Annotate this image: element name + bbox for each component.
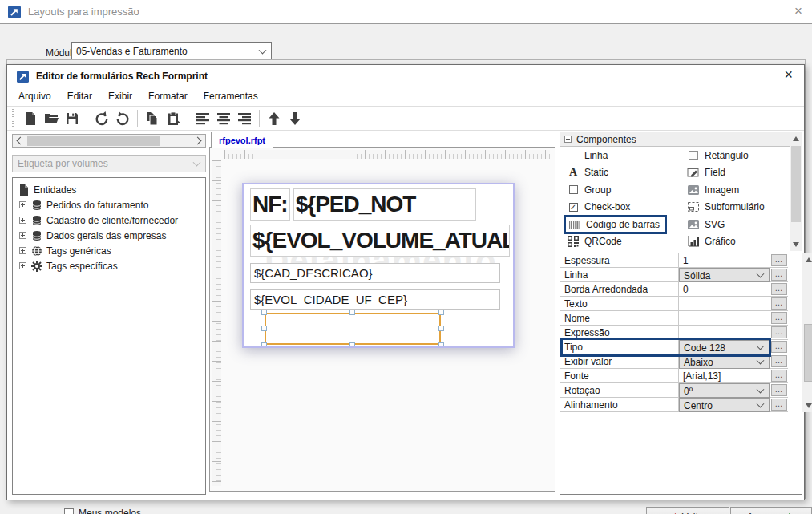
modulo-select[interactable]: 05-Vendas e Faturamento bbox=[71, 42, 272, 59]
component-codigo-de-barras[interactable]: Código de barras bbox=[567, 215, 687, 234]
components-header[interactable]: Componentes bbox=[560, 132, 802, 147]
ellipsis-button[interactable]: … bbox=[771, 384, 787, 396]
resize-handle[interactable] bbox=[349, 342, 355, 348]
property-dropdown[interactable]: Sólida bbox=[679, 268, 770, 282]
copy-button[interactable] bbox=[142, 108, 163, 129]
scroll-down-icon[interactable] bbox=[806, 403, 812, 408]
collapse-icon[interactable] bbox=[564, 136, 572, 143]
component-linha[interactable]: Linha bbox=[567, 149, 687, 162]
resize-handle[interactable] bbox=[438, 342, 444, 348]
property-row-rotacao[interactable]: Rotação 0º … bbox=[560, 383, 802, 398]
expression-field[interactable]: ${CAD_DESCRICAO} bbox=[250, 263, 500, 283]
ellipsis-button[interactable]: … bbox=[771, 283, 787, 295]
expand-icon[interactable] bbox=[19, 201, 26, 208]
expression-field[interactable]: ${EVOL_CIDADE_UF_CEP} bbox=[250, 289, 500, 310]
my-models-checkbox[interactable]: Meus modelos bbox=[64, 508, 141, 514]
property-dropdown[interactable]: Abaixo bbox=[679, 354, 770, 369]
undo-button[interactable] bbox=[91, 108, 112, 129]
component-subformulario[interactable]: Subformulário bbox=[687, 200, 790, 213]
tree-item-entidades[interactable]: Entidades bbox=[14, 182, 204, 197]
component-checkbox[interactable]: ✓ Check-box bbox=[567, 200, 687, 213]
property-value[interactable] bbox=[679, 311, 770, 326]
tree-item[interactable]: Tags genéricas bbox=[14, 243, 204, 258]
property-row-alinhamento[interactable]: Alinhamento Centro … bbox=[560, 398, 802, 412]
resize-handle[interactable] bbox=[261, 326, 267, 331]
static-field[interactable]: NF: bbox=[250, 188, 290, 221]
property-dropdown[interactable]: Code 128 bbox=[679, 340, 770, 354]
save-button[interactable] bbox=[62, 108, 83, 129]
tree-item[interactable]: Pedidos do faturamento bbox=[14, 197, 204, 212]
expand-icon[interactable] bbox=[19, 232, 26, 239]
property-row-espessura[interactable]: Espessura 1 … bbox=[560, 253, 802, 268]
move-up-button[interactable] bbox=[264, 108, 285, 129]
property-value[interactable] bbox=[679, 326, 770, 340]
component-imagem[interactable]: Imagem bbox=[687, 184, 790, 196]
new-file-button[interactable] bbox=[20, 108, 41, 129]
property-row-fonte[interactable]: Fonte [Arial,13] … bbox=[560, 369, 802, 383]
property-row-nome[interactable]: Nome … bbox=[560, 311, 802, 326]
property-row-texto[interactable]: Texto … bbox=[560, 297, 802, 311]
label-page[interactable]: Detalhamento NF: ${PED_NOT ${EVOL_VOLUME… bbox=[242, 183, 515, 348]
resize-handle[interactable] bbox=[261, 342, 267, 348]
scrollbar-thumb[interactable] bbox=[27, 136, 160, 146]
tree-item[interactable]: Dados gerais das empresas bbox=[14, 228, 204, 243]
scroll-up-icon[interactable] bbox=[793, 136, 799, 141]
property-dropdown[interactable]: Centro bbox=[679, 398, 770, 412]
tree-item[interactable]: Cadastro de cliente/fornecedor bbox=[14, 212, 204, 228]
properties-scrollbar[interactable] bbox=[802, 253, 812, 412]
scroll-left-icon[interactable] bbox=[17, 137, 25, 145]
resize-handle[interactable] bbox=[438, 326, 444, 331]
property-row-expressao[interactable]: Expressão … bbox=[560, 326, 802, 340]
resize-handle[interactable] bbox=[261, 310, 267, 315]
property-row-borda-arredondada[interactable]: Borda Arredondada 0 … bbox=[560, 282, 802, 297]
property-value[interactable]: [Arial,13] bbox=[679, 369, 770, 383]
selected-barcode-element[interactable] bbox=[265, 313, 441, 345]
align-right-button[interactable] bbox=[234, 108, 255, 129]
components-scrollbar[interactable] bbox=[790, 132, 802, 251]
tree-item[interactable]: Tags específicas bbox=[14, 258, 204, 273]
scroll-right-icon[interactable] bbox=[194, 137, 202, 145]
close-icon[interactable]: × bbox=[784, 67, 793, 83]
expression-field[interactable]: ${PED_NOT bbox=[293, 188, 476, 221]
tab-rfpevol[interactable]: rfpevol.rfpt bbox=[211, 132, 273, 148]
back-button[interactable]: Voltar bbox=[646, 507, 729, 514]
component-retangulo[interactable]: Retângulo bbox=[687, 149, 790, 162]
property-row-linha[interactable]: Linha Sólida … bbox=[560, 268, 802, 282]
property-value[interactable]: 1 bbox=[679, 253, 770, 268]
open-folder-button[interactable] bbox=[41, 108, 62, 129]
horizontal-scrollbar[interactable] bbox=[12, 134, 206, 148]
ellipsis-button[interactable]: … bbox=[771, 269, 787, 281]
paste-button[interactable] bbox=[163, 108, 184, 129]
component-grafico[interactable]: Gráfico bbox=[687, 235, 790, 248]
expand-icon[interactable] bbox=[19, 262, 26, 269]
resize-handle[interactable] bbox=[349, 310, 355, 315]
ellipsis-button[interactable]: … bbox=[771, 341, 787, 353]
align-center-button[interactable] bbox=[213, 108, 234, 129]
component-field[interactable]: Field bbox=[687, 166, 790, 179]
resize-handle[interactable] bbox=[438, 310, 444, 315]
property-row-exibir-valor[interactable]: Exibir valor Abaixo … bbox=[560, 354, 802, 369]
expression-field[interactable]: ${EVOL_VOLUME_ATUAL_TOTA bbox=[250, 225, 510, 257]
ellipsis-button[interactable]: … bbox=[771, 399, 787, 411]
property-row-tipo[interactable]: Tipo Code 128 … bbox=[560, 340, 802, 354]
expand-icon[interactable] bbox=[19, 247, 26, 254]
ellipsis-button[interactable]: … bbox=[771, 297, 787, 310]
design-canvas[interactable]: Detalhamento NF: ${PED_NOT ${EVOL_VOLUME… bbox=[209, 147, 555, 492]
property-value[interactable] bbox=[679, 297, 770, 311]
scrollbar-thumb[interactable] bbox=[791, 146, 801, 222]
component-qrcode[interactable]: QRCode bbox=[567, 235, 687, 248]
ellipsis-button[interactable]: … bbox=[771, 326, 787, 338]
redo-button[interactable] bbox=[112, 108, 133, 129]
align-left-button[interactable] bbox=[192, 108, 213, 129]
move-down-button[interactable] bbox=[285, 108, 305, 129]
component-svg[interactable]: SVG bbox=[687, 218, 790, 231]
template-select[interactable]: Etiqueta por volumes bbox=[12, 155, 206, 172]
expand-icon[interactable] bbox=[19, 217, 26, 224]
menu-arquivo[interactable]: Arquivo bbox=[10, 89, 59, 103]
menu-exibir[interactable]: Exibir bbox=[100, 89, 140, 103]
component-static[interactable]: A Static bbox=[567, 166, 687, 179]
ellipsis-button[interactable]: … bbox=[771, 355, 787, 367]
menu-formatar[interactable]: Formatar bbox=[140, 89, 196, 103]
ellipsis-button[interactable]: … bbox=[771, 254, 787, 266]
property-dropdown[interactable]: 0º bbox=[679, 383, 770, 398]
